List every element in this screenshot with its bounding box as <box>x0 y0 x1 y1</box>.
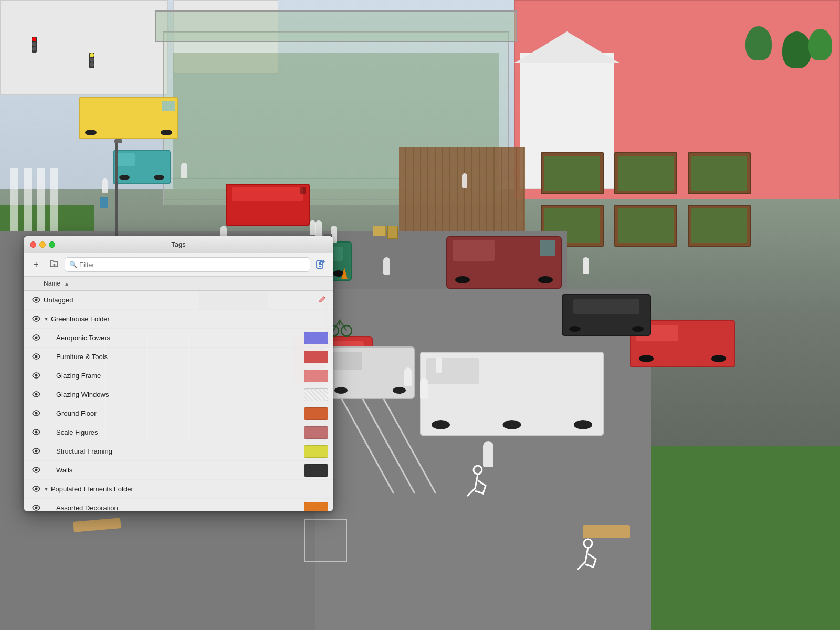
visibility-icon-ground-floor[interactable] <box>29 410 44 418</box>
tag-name-walls: Walls <box>56 466 304 474</box>
visibility-icon-glazing-frame[interactable] <box>29 372 44 380</box>
tag-row-greenhouse-folder[interactable]: ▼Greenhouse Folder <box>24 310 333 329</box>
person-5 <box>420 378 428 399</box>
tags-list: Untagged▼Greenhouse FolderAeroponic Towe… <box>24 291 333 511</box>
visibility-icon-scale-figures[interactable] <box>29 428 44 437</box>
filter-input[interactable] <box>79 261 306 269</box>
traffic-light-2 <box>89 52 94 68</box>
tag-row-scale-figures[interactable]: Scale Figures <box>24 423 333 442</box>
visibility-icon-structural-framing[interactable] <box>29 447 44 456</box>
color-swatch-assorted-decoration[interactable] <box>304 502 328 512</box>
traffic-light-1 <box>32 37 37 52</box>
visibility-icon-walls[interactable] <box>29 466 44 475</box>
tag-row-untagged[interactable]: Untagged <box>24 291 333 310</box>
crosswalk <box>0 168 105 231</box>
svg-point-28 <box>35 449 38 452</box>
panel-title: Tags <box>171 240 185 248</box>
tag-row-furniture-tools[interactable]: Furniture & Tools <box>24 348 333 366</box>
person-11 <box>583 257 589 274</box>
folder-plus-icon <box>49 259 59 270</box>
sort-icon[interactable]: ▲ <box>64 281 69 287</box>
visibility-icon-greenhouse-folder[interactable] <box>29 315 44 323</box>
maximize-button[interactable] <box>49 242 55 248</box>
garden-bed-3 <box>688 152 751 194</box>
plus-icon: + <box>34 260 38 269</box>
garden-bed-1 <box>541 152 604 194</box>
minivan <box>326 346 415 399</box>
folder-arrow-populated-elements-folder[interactable]: ▼ <box>44 486 49 492</box>
tag-row-assorted-decoration[interactable]: Assorted Decoration <box>24 499 333 511</box>
add-folder-button[interactable] <box>47 257 61 272</box>
svg-point-23 <box>35 355 38 358</box>
tag-row-aeroponic-towers[interactable]: Aeroponic Towers <box>24 329 333 348</box>
tree-2 <box>782 32 811 68</box>
garden-bed-6 <box>688 205 751 247</box>
svg-point-31 <box>35 506 38 509</box>
tag-row-structural-framing[interactable]: Structural Framing <box>24 442 333 461</box>
color-swatch-structural-framing[interactable] <box>304 445 328 458</box>
dark-car-right <box>562 294 651 336</box>
ambulance <box>226 184 310 226</box>
color-swatch-ground-floor[interactable] <box>304 407 328 420</box>
filter-input-container: 🔍 <box>65 257 310 272</box>
tag-name-aeroponic-towers: Aeroponic Towers <box>56 334 304 342</box>
tag-row-glazing-windows[interactable]: Glazing Windows <box>24 385 333 404</box>
red-bus <box>446 236 562 289</box>
svg-point-20 <box>35 298 38 301</box>
panel-toolbar: + 🔍 <box>24 253 333 277</box>
visibility-icon-populated-elements-folder[interactable] <box>29 485 44 494</box>
name-column-header: Name ▲ <box>44 280 300 287</box>
lamp-1 <box>114 139 122 143</box>
yellow-bus <box>79 97 178 139</box>
minimize-button[interactable] <box>39 242 46 248</box>
person-10 <box>310 220 316 235</box>
box-2 <box>387 226 398 239</box>
tag-name-assorted-decoration: Assorted Decoration <box>56 504 304 511</box>
visibility-icon-untagged[interactable] <box>29 296 44 304</box>
visibility-icon-glazing-windows[interactable] <box>29 391 44 399</box>
cyclist <box>181 163 187 178</box>
color-swatch-glazing-frame[interactable] <box>304 370 328 382</box>
color-swatch-furniture-tools[interactable] <box>304 351 328 363</box>
tag-name-structural-framing: Structural Framing <box>56 447 304 455</box>
add-tag-button[interactable]: + <box>29 257 44 272</box>
tree-3 <box>808 29 832 60</box>
table-header: Name ▲ <box>24 277 333 291</box>
svg-point-9 <box>474 466 482 474</box>
color-swatch-walls[interactable] <box>304 464 328 477</box>
tag-row-populated-elements-folder[interactable]: ▼Populated Elements Folder <box>24 480 333 499</box>
tag-name-greenhouse-folder: Greenhouse Folder <box>51 315 328 323</box>
svg-point-27 <box>35 430 38 433</box>
svg-point-25 <box>35 393 38 395</box>
person-3 <box>383 257 390 275</box>
person-4 <box>404 368 412 386</box>
tag-row-ground-floor[interactable]: Ground Floor <box>24 404 333 423</box>
tag-row-glazing-frame[interactable]: Glazing Frame <box>24 366 333 385</box>
tree-1 <box>746 26 772 60</box>
export-button[interactable] <box>313 257 328 272</box>
visibility-icon-assorted-decoration[interactable] <box>29 504 44 512</box>
svg-point-24 <box>35 374 38 376</box>
tag-name-glazing-windows: Glazing Windows <box>56 391 304 398</box>
vw-bus <box>113 150 171 184</box>
color-swatch-scale-figures[interactable] <box>304 426 328 439</box>
color-swatch-aeroponic-towers[interactable] <box>304 332 328 344</box>
lamp-pole-1 <box>116 142 118 236</box>
tag-name-scale-figures: Scale Figures <box>56 428 304 436</box>
garden-bed-5 <box>614 205 677 247</box>
box-1 <box>373 226 386 236</box>
tag-name-furniture-tools: Furniture & Tools <box>56 353 304 361</box>
color-swatch-glazing-windows[interactable] <box>304 388 328 401</box>
window-controls <box>30 242 55 248</box>
folder-arrow-greenhouse-folder[interactable]: ▼ <box>44 316 49 322</box>
visibility-icon-aeroponic-towers[interactable] <box>29 334 44 342</box>
panel-titlebar: Tags <box>24 236 333 253</box>
wheelchair-symbol-2 <box>567 536 609 578</box>
tag-row-walls[interactable]: Walls <box>24 461 333 480</box>
close-button[interactable] <box>30 242 36 248</box>
visibility-icon-furniture-tools[interactable] <box>29 353 44 361</box>
edit-icon-untagged[interactable] <box>319 296 326 304</box>
svg-point-21 <box>35 317 38 320</box>
tag-name-untagged: Untagged <box>44 296 319 304</box>
svg-point-10 <box>584 539 592 548</box>
